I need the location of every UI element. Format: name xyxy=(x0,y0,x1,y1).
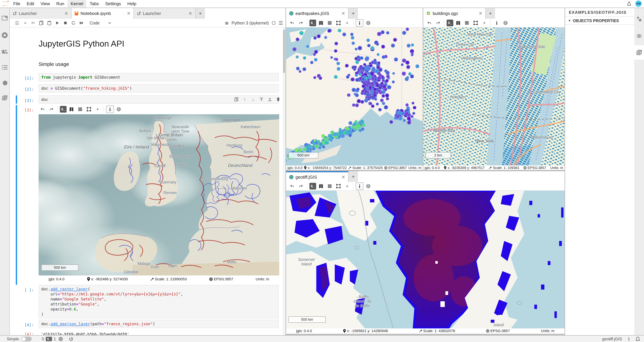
code-cell-4[interactable]: doc.add_geojson_layer(path="france_regio… xyxy=(38,320,279,328)
console-icon[interactable]: $_ xyxy=(310,183,316,190)
menu-file[interactable]: File xyxy=(10,0,24,7)
gis-panel-icon[interactable] xyxy=(0,92,10,104)
temporal-icon[interactable] xyxy=(364,19,372,27)
duplicate-cell-icon[interactable] xyxy=(233,96,240,102)
redo-icon[interactable] xyxy=(48,106,55,113)
running-kernels-icon[interactable] xyxy=(0,29,10,41)
menu-edit[interactable]: Edit xyxy=(24,0,38,7)
extent-icon[interactable] xyxy=(334,182,342,190)
undo-icon[interactable] xyxy=(426,19,433,27)
user-avatar[interactable]: AM xyxy=(635,0,642,7)
cell-type-select[interactable]: Code xyxy=(90,21,111,25)
gis-panel-icon[interactable] xyxy=(634,45,644,60)
undo-icon[interactable] xyxy=(288,19,296,27)
notebook-tools-icon[interactable]: ☰ xyxy=(278,20,283,26)
grid-icon[interactable] xyxy=(76,106,84,113)
share-icon[interactable] xyxy=(626,1,632,6)
console-icon[interactable]: $_ xyxy=(446,19,453,26)
bell-icon[interactable] xyxy=(636,337,640,341)
console-icon[interactable]: $_ xyxy=(310,19,316,26)
tab-geotiff[interactable]: geotiff.jGIS✕ xyxy=(286,171,348,182)
code-cell-1[interactable]: from jupytergis import GISDocument xyxy=(38,73,279,81)
temporal-icon[interactable] xyxy=(115,106,122,113)
buildings-map-canvas[interactable]: West New York Union City Weehawken Hobok… xyxy=(423,27,564,166)
menu-tabs[interactable]: Tabs xyxy=(86,0,102,7)
current-file-label[interactable]: geotiff.jGIS xyxy=(602,337,622,341)
console-icon[interactable]: $_ xyxy=(60,106,66,113)
tab-buildings[interactable]: buildings.qgz✕ xyxy=(423,8,486,19)
extensions-icon[interactable] xyxy=(0,77,10,89)
objects-properties-header[interactable]: ▼OBJECTS PROPERTIES xyxy=(565,17,634,25)
close-icon[interactable]: ✕ xyxy=(122,11,130,16)
kernel-name[interactable]: Python 3 (ipykernel) xyxy=(232,21,269,25)
temporal-icon[interactable] xyxy=(502,19,509,27)
insert-above-icon[interactable] xyxy=(258,96,265,102)
close-icon[interactable]: ✕ xyxy=(184,11,192,16)
undo-icon[interactable] xyxy=(288,182,296,190)
earthquakes-map-canvas[interactable]: 500 km xyxy=(286,27,422,166)
basemap-icon[interactable] xyxy=(317,19,325,27)
grid-icon[interactable] xyxy=(463,19,471,27)
new-tab-button[interactable]: + xyxy=(486,8,495,19)
paste-cell-button[interactable] xyxy=(45,19,53,27)
menu-help[interactable]: Help xyxy=(124,0,139,7)
new-tab-button[interactable]: + xyxy=(348,8,358,19)
debugger-icon[interactable] xyxy=(634,29,644,41)
add-layer-icon[interactable]: + xyxy=(94,106,102,113)
toc-icon[interactable] xyxy=(0,61,10,73)
close-icon[interactable]: ✕ xyxy=(474,11,482,16)
extent-icon[interactable] xyxy=(85,106,93,113)
basemap-icon[interactable] xyxy=(68,106,75,113)
collaborators-icon[interactable] xyxy=(0,45,10,58)
redo-icon[interactable] xyxy=(297,182,305,190)
move-cell-down-icon[interactable]: ↓ xyxy=(250,96,256,102)
code-cell-raster[interactable]: doc.add_raster_layer( url="https://mt1.g… xyxy=(38,285,279,318)
redo-icon[interactable] xyxy=(297,19,305,27)
basemap-icon[interactable] xyxy=(454,19,462,27)
new-tab-button[interactable]: + xyxy=(348,171,358,182)
delete-cell-icon[interactable] xyxy=(275,96,282,102)
restart-kernel-button[interactable] xyxy=(70,19,78,27)
tab-launcher-2[interactable]: Launcher✕ xyxy=(134,8,196,19)
new-tab-button[interactable]: + xyxy=(196,8,205,19)
run-all-button[interactable] xyxy=(78,19,86,27)
add-layer-icon[interactable]: + xyxy=(343,19,351,27)
identify-button[interactable]: i xyxy=(106,106,114,113)
copy-cell-button[interactable] xyxy=(37,19,45,27)
add-layer-icon[interactable]: + xyxy=(343,182,351,190)
redo-icon[interactable] xyxy=(434,19,442,27)
kernel-chip-icon[interactable] xyxy=(58,337,63,341)
close-icon[interactable]: ✕ xyxy=(337,175,345,180)
france-map-canvas[interactable]: Edinburgh Newcastle upon Tyne Belfast Is… xyxy=(38,114,279,276)
notebook-scrollbar[interactable] xyxy=(283,28,286,335)
add-layer-icon[interactable]: + xyxy=(480,19,488,27)
terminals-count[interactable]: 0 xyxy=(42,337,44,341)
kernels-count[interactable]: 1 xyxy=(54,337,56,341)
menu-settings[interactable]: Settings xyxy=(102,0,124,7)
insert-below-icon[interactable] xyxy=(266,96,273,102)
menu-run[interactable]: Run xyxy=(53,0,68,7)
insert-cell-button[interactable]: + xyxy=(21,19,29,27)
menu-view[interactable]: View xyxy=(38,0,53,7)
identify-button[interactable]: i xyxy=(356,19,364,27)
tab-launcher-1[interactable]: Launcher✕ xyxy=(10,8,72,19)
basemap-icon[interactable] xyxy=(317,182,325,190)
identify-button[interactable]: i xyxy=(493,19,500,27)
cut-cell-button[interactable]: ✂ xyxy=(29,19,37,27)
undo-icon[interactable] xyxy=(39,106,46,113)
grid-icon[interactable] xyxy=(326,182,334,190)
notifications-count[interactable]: 1 xyxy=(628,337,630,341)
close-icon[interactable]: ✕ xyxy=(337,11,345,16)
stop-kernel-button[interactable] xyxy=(62,19,70,27)
run-cell-button[interactable] xyxy=(53,19,62,27)
save-button[interactable] xyxy=(13,19,21,27)
extent-icon[interactable] xyxy=(472,19,480,27)
extent-icon[interactable] xyxy=(334,19,342,27)
property-inspector-icon[interactable] xyxy=(634,13,644,25)
history-icon[interactable] xyxy=(69,337,74,341)
file-browser-icon[interactable] xyxy=(0,12,10,24)
tab-notebook[interactable]: Notebook.ipynb✕ xyxy=(72,8,134,19)
code-cell-2[interactable]: doc = GISDocument("france_hiking.jGIS") xyxy=(38,84,279,92)
tab-earthquakes[interactable]: earthquakes.jGIS✕ xyxy=(286,8,348,19)
close-icon[interactable]: ✕ xyxy=(60,11,68,16)
